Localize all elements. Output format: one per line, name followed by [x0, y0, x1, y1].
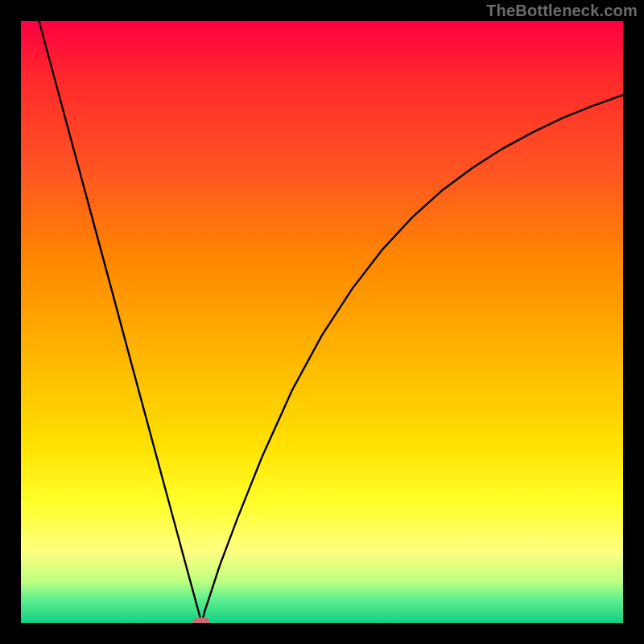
- bottleneck-curve: [39, 21, 623, 623]
- chart-frame: TheBottleneck.com: [0, 0, 644, 644]
- curve-layer: [21, 21, 623, 623]
- minimum-marker: [192, 617, 210, 629]
- watermark-text: TheBottleneck.com: [486, 2, 638, 20]
